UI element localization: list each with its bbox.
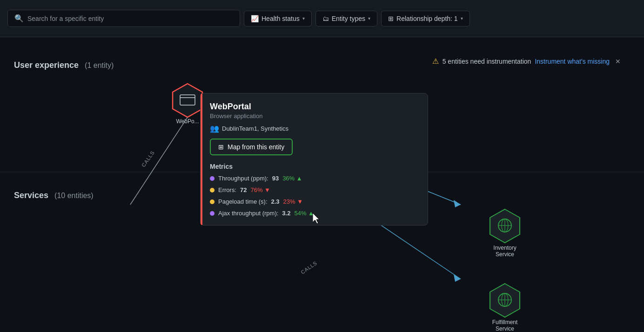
svg-text:CALLS: CALLS xyxy=(300,260,318,275)
metrics-title: Metrics xyxy=(210,163,418,170)
metric-change-3: 23% ▼ xyxy=(283,198,303,205)
svg-text:Service: Service xyxy=(496,325,514,332)
metric-value-3: 2.3 xyxy=(271,198,280,205)
metric-label-4: Ajax throughput (rpm): xyxy=(218,210,278,217)
health-status-label: Health status xyxy=(262,15,300,22)
metric-label-3: Pageload time (s): xyxy=(218,198,268,205)
entity-types-chevron: ▾ xyxy=(368,16,370,21)
team-name: DublinTeam1, Synthetics xyxy=(222,125,288,132)
metric-dot-4 xyxy=(210,211,215,216)
metric-dot-2 xyxy=(210,188,215,193)
cursor xyxy=(313,213,322,224)
toolbar: 🔍 Search for a specific entity 📈 Health … xyxy=(0,0,644,37)
metric-label-1: Throughput (ppm): xyxy=(218,175,268,182)
svg-marker-1 xyxy=(173,84,202,117)
svg-line-5 xyxy=(130,117,188,205)
entity-types-button[interactable]: 🗂 Entity types ▾ xyxy=(315,11,377,27)
map-from-entity-button[interactable]: ⊞ Map from this entity xyxy=(210,139,293,155)
metric-row: Errors: 72 76% ▼ xyxy=(210,186,418,193)
metric-value-2: 72 xyxy=(240,186,247,193)
metric-change-1: 36% ▲ xyxy=(282,175,302,182)
svg-marker-26 xyxy=(313,213,319,224)
svg-text:Fulfillment: Fulfillment xyxy=(492,319,518,325)
metric-dot-3 xyxy=(210,199,215,204)
svg-text:CALLS: CALLS xyxy=(141,150,156,168)
relationship-depth-label: Relationship depth: 1 xyxy=(396,15,458,22)
popup-team: 👥 DublinTeam1, Synthetics xyxy=(210,124,418,133)
metric-dot-1 xyxy=(210,176,215,181)
entity-types-icon: 🗂 xyxy=(322,15,329,22)
search-icon: 🔍 xyxy=(14,14,24,23)
search-box[interactable]: 🔍 Search for a specific entity xyxy=(7,10,240,27)
metric-value-1: 93 xyxy=(272,175,279,182)
svg-text:Inventory: Inventory xyxy=(493,245,516,251)
popup-card: WebPortal Browser application 👥 DublinTe… xyxy=(200,93,428,226)
search-placeholder: Search for a specific entity xyxy=(27,15,104,22)
metric-change-4: 54% ▲ xyxy=(294,210,314,217)
metric-row: Pageload time (s): 2.3 23% ▼ xyxy=(210,198,418,205)
svg-text:WebPo...: WebPo... xyxy=(176,118,199,125)
svg-marker-8 xyxy=(454,200,461,207)
relationship-depth-chevron: ▾ xyxy=(461,16,463,21)
metric-value-4: 3.2 xyxy=(282,210,290,217)
popup-title: WebPortal xyxy=(210,102,418,112)
popup-red-bar xyxy=(201,93,202,225)
map-canvas: User experience (1 entity) Services (10 … xyxy=(0,37,644,332)
relationship-depth-icon: ⊞ xyxy=(388,15,394,22)
svg-text:Service: Service xyxy=(496,251,514,258)
entity-types-label: Entity types xyxy=(332,15,365,22)
health-status-chevron: ▾ xyxy=(302,16,305,21)
metric-label-2: Errors: xyxy=(218,186,236,193)
health-status-button[interactable]: 📈 Health status ▾ xyxy=(244,11,312,27)
map-icon: ⊞ xyxy=(218,143,224,151)
health-status-icon: 📈 xyxy=(251,15,259,22)
metric-change-2: 76% ▼ xyxy=(250,186,270,193)
map-button-label: Map from this entity xyxy=(228,143,284,151)
relationship-depth-button[interactable]: ⊞ Relationship depth: 1 ▾ xyxy=(381,11,470,27)
team-icon: 👥 xyxy=(210,124,219,133)
popup-subtitle: Browser application xyxy=(210,113,418,120)
metric-row: Throughput (ppm): 93 36% ▲ xyxy=(210,175,418,182)
